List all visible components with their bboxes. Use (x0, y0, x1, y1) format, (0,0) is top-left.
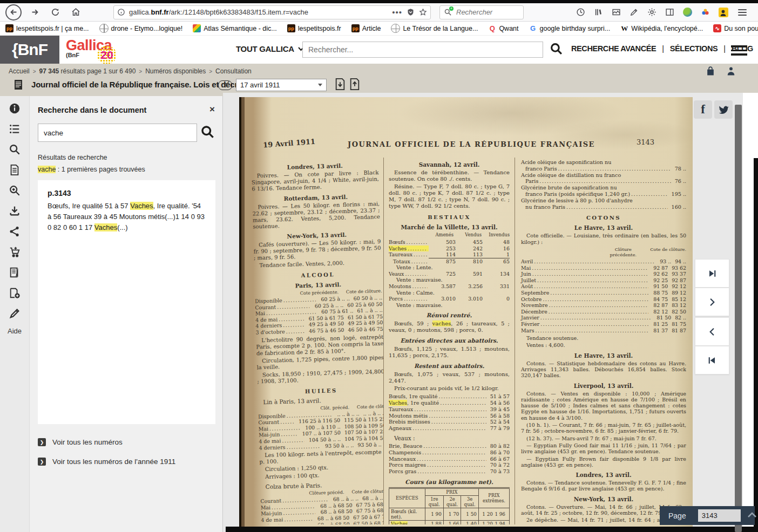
text-mode-badge[interactable]: T (218, 80, 232, 90)
library-icon[interactable] (593, 7, 604, 17)
facebook-share-button[interactable]: f (694, 100, 712, 119)
sidebar-icon[interactable] (665, 7, 675, 17)
np-paragraph: Ventes : 4,600. (521, 342, 686, 348)
last-page-button[interactable] (695, 259, 729, 288)
pen-icon[interactable] (4, 303, 25, 324)
clock-icon[interactable] (576, 7, 586, 17)
np-paragraph: Cotons. — Ventes en disponible : 10,000 … (521, 391, 686, 421)
magnify-icon[interactable] (4, 180, 25, 201)
previous-page-button[interactable] (695, 317, 729, 346)
result-page-link[interactable]: p.3143 (48, 189, 206, 197)
np-price-row: Porcs gras..............................… (389, 468, 510, 475)
back-button[interactable] (5, 4, 22, 21)
information-icon[interactable] (4, 98, 25, 119)
issues-link-label: Voir tous les numéros (52, 438, 123, 446)
screenshot-icon[interactable] (611, 7, 621, 17)
breadcrumb-results[interactable]: 97 345 résultats page 1 sur 6 490 (39, 67, 136, 75)
gallica-search-input[interactable] (302, 42, 543, 58)
highlighter-icon[interactable] (629, 7, 639, 17)
bookmark-item[interactable]: pplespetitspois.fr (287, 24, 341, 32)
np-table-row: Totaux..................................… (389, 258, 510, 265)
search-icon[interactable] (4, 139, 25, 160)
breadcrumb-home[interactable]: Accueil (9, 67, 30, 75)
forward-button[interactable] (27, 5, 42, 20)
browser-search-box[interactable]: + (439, 5, 524, 19)
header-link[interactable]: SÉLECTIONS (670, 44, 718, 53)
account-extension-icon[interactable] (718, 7, 728, 17)
bookmark-item[interactable]: QQwant (488, 24, 518, 32)
pp-favicon: pp (287, 24, 295, 32)
next-page-button[interactable] (695, 288, 729, 316)
document-search-input[interactable] (38, 124, 197, 142)
bookmark-item[interactable]: ppArticle (351, 24, 381, 32)
url-bar[interactable]: gallica.bnf.fr/ark:/12148/bpt6k63383483/… (113, 5, 431, 19)
breadcrumb-numeros[interactable]: Numéros disponibles (145, 67, 206, 75)
np-table-note: Vente : mauvaise. (389, 302, 510, 309)
share-icon[interactable] (4, 221, 25, 242)
help-link[interactable]: Aide (8, 327, 22, 335)
page-icon[interactable] (4, 160, 25, 180)
header-link[interactable]: RECHERCHE AVANCÉE (571, 44, 656, 53)
bookmark-item[interactable]: Ggoogle birthday surpri... (529, 24, 611, 32)
vertical-scrollbar[interactable] (735, 105, 742, 532)
site-info-icon[interactable] (117, 8, 125, 16)
download-page-icon[interactable] (334, 78, 346, 93)
menu-icon[interactable] (735, 5, 750, 20)
first-page-button[interactable] (695, 346, 729, 374)
export-page-icon[interactable] (349, 78, 361, 93)
issues-link[interactable]: ❯Voir tous les numéros (38, 438, 215, 446)
extension-dots-icon[interactable] (700, 7, 710, 17)
bookmark-icon[interactable] (4, 262, 25, 283)
bookmark-item[interactable]: drone - Etymo...logique! (99, 24, 183, 33)
breadcrumb-zone: Accueil> 97 345 résultats page 1 sur 6 4… (0, 64, 758, 96)
np-section-heading: HUILES (258, 386, 384, 395)
issues-link[interactable]: ❯Voir tous les numéros de l'année 1911 (38, 458, 215, 466)
bookmark-star-icon[interactable] (419, 8, 427, 16)
gallica-logo[interactable]: Gallica (BnF 20 (66, 37, 147, 63)
bookmark-item[interactable]: ∿Du son pour vos proje... (713, 24, 758, 32)
issue-date-select[interactable]: 17 avril 1911 (236, 79, 327, 91)
gallica-search-icon[interactable] (550, 42, 563, 58)
scanned-page[interactable]: 19 Avril 1911 JOURNAL OFFICIEL DE LA RÉP… (239, 97, 693, 527)
pp-favicon: pp (351, 24, 360, 32)
np-paragraph: (12 h. 37). — Mars-avril 7 fr. 67 ; mai-… (521, 435, 686, 441)
np-quote-table: Clôture précédente.Cote de clôture.Avril… (521, 247, 686, 333)
document-search-button[interactable] (200, 125, 215, 141)
np-table-header: AmenésVendusInvendus (389, 232, 510, 237)
bookmark-item[interactable]: Le Trésor de la Langue... (391, 24, 478, 33)
pocket-shield-icon[interactable] (407, 8, 415, 16)
add-document-icon[interactable] (4, 283, 25, 303)
reload-button[interactable] (48, 5, 63, 20)
bookmark-item[interactable]: pplespetitspois.fr | ça me... (5, 24, 89, 32)
gallica-menu-icon[interactable] (731, 43, 747, 58)
gear-icon[interactable] (647, 7, 657, 17)
browser-search-input[interactable] (455, 8, 511, 17)
page-actions-icon[interactable]: ••• (392, 8, 402, 17)
np-paragraph: Essence de térébenthine. — Tendance sout… (389, 169, 510, 182)
url-text: gallica.bnf.fr/ark:/12148/bpt6k63383483/… (129, 8, 388, 16)
account-icon[interactable] (726, 66, 736, 79)
close-icon[interactable]: × (209, 106, 215, 113)
scope-selector[interactable]: TOUT GALLICA (236, 44, 304, 53)
home-button[interactable] (68, 5, 83, 20)
np-paragraph: Poivres. — Les 50 kilogr. en florins : m… (252, 201, 380, 230)
contents-icon[interactable] (4, 119, 25, 139)
results-summary: vache : 1 premières pages trouvées (38, 166, 215, 173)
np-section-heading: ALCOOL (254, 270, 382, 280)
np-livestock-table: AmenésVendusInvendusBœufs...............… (389, 232, 510, 308)
breadcrumb-consultation: Consultation (215, 67, 252, 75)
bnf-logo[interactable]: {BnF (0, 36, 59, 64)
chevron-up-icon[interactable] (747, 511, 757, 521)
page-number-input[interactable] (698, 509, 741, 522)
np-paragraph: Prix-courant au poids vif, le 1/2 kilogr… (389, 385, 510, 392)
np-table-row: Février.................................… (521, 321, 686, 328)
twitter-share-button[interactable] (714, 100, 733, 119)
basket-icon[interactable] (705, 66, 716, 79)
cart-icon[interactable] (4, 242, 25, 262)
bookmark-item[interactable]: Atlas Sémantique - dic... (193, 24, 276, 32)
globe-extension-icon[interactable] (682, 7, 693, 17)
bookmark-item[interactable]: WWikipédia, l'encyclopé... (620, 24, 703, 32)
download-icon[interactable] (4, 201, 25, 221)
search-result-card[interactable]: p.3143 Bœufs, Ire qualité 51 à 57 Vaches… (38, 180, 215, 424)
np-table-row: Juin....................................… (521, 271, 686, 277)
